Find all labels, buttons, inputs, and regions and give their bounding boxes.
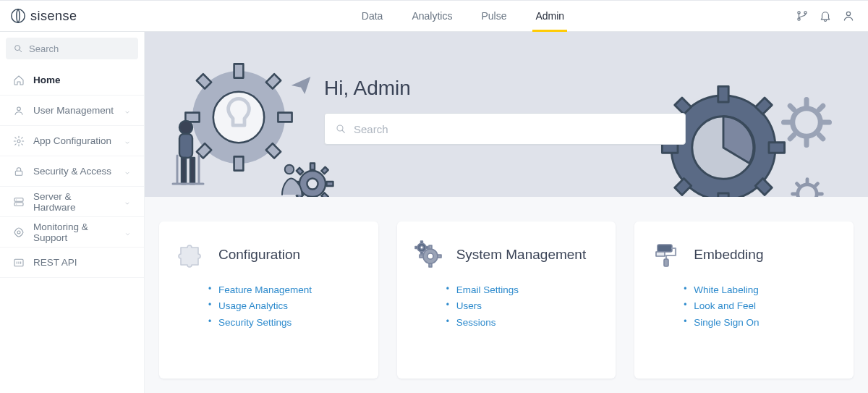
hero-greeting: Hi, Admin	[324, 77, 686, 100]
svg-rect-56	[420, 255, 423, 258]
svg-point-10	[16, 199, 17, 200]
branch-icon[interactable]	[796, 9, 809, 22]
svg-point-46	[179, 121, 192, 134]
sidebar-search-input[interactable]	[29, 43, 131, 54]
shell: Home User Management App Configuration S…	[0, 32, 868, 393]
topnav-label: Analytics	[412, 10, 452, 22]
svg-rect-64	[658, 245, 672, 252]
topnav-item-pulse[interactable]: Pulse	[481, 1, 506, 31]
svg-point-53	[427, 253, 433, 259]
svg-point-3	[846, 12, 850, 15]
svg-rect-60	[420, 241, 422, 244]
person-small-illustration-icon	[275, 162, 311, 197]
brand-name: sisense	[30, 9, 77, 24]
svg-rect-8	[14, 198, 23, 201]
brand[interactable]: sisense	[0, 1, 145, 31]
card-link[interactable]: Look and Feel	[694, 298, 836, 314]
card-link[interactable]: Users	[456, 298, 599, 314]
sidebar-item-label: REST API	[33, 257, 77, 268]
svg-rect-7	[15, 171, 22, 175]
svg-rect-37	[718, 193, 728, 197]
card-embedding: Embedding White Labeling Look and Feel S…	[634, 221, 854, 379]
svg-rect-48	[182, 158, 186, 184]
sidebar: Home User Management App Configuration S…	[0, 32, 145, 393]
svg-point-45	[798, 185, 817, 197]
card-link[interactable]: Single Sign On	[694, 315, 836, 331]
card-link[interactable]: Email Settings	[456, 282, 599, 298]
user-icon	[13, 105, 25, 117]
svg-rect-32	[321, 167, 328, 174]
svg-rect-49	[190, 158, 195, 184]
search-icon	[335, 123, 346, 135]
topnav-label: Data	[362, 10, 383, 22]
sidebar-item-home[interactable]: Home	[0, 65, 144, 96]
sidebar-item-rest-api[interactable]: REST API	[0, 248, 144, 278]
puzzle-icon	[176, 240, 205, 269]
top-icons	[781, 1, 868, 31]
sidebar-item-monitoring-support[interactable]: Monitoring & Support	[0, 217, 144, 248]
sidebar-search-wrap	[0, 32, 144, 65]
svg-rect-57	[438, 255, 441, 258]
chevron-down-icon	[124, 107, 131, 114]
svg-rect-55	[429, 263, 432, 267]
gears-icon	[414, 240, 443, 269]
svg-point-11	[16, 203, 17, 204]
topnav-item-analytics[interactable]: Analytics	[412, 1, 452, 31]
svg-rect-62	[415, 247, 418, 249]
card-link[interactable]: Usage Analytics	[218, 298, 361, 314]
card-link[interactable]: Feature Management	[218, 282, 361, 298]
sidebar-item-label: Server & Hardware	[33, 191, 115, 213]
svg-point-12	[17, 231, 20, 234]
chevron-down-icon	[124, 198, 131, 206]
sidebar-item-app-configuration[interactable]: App Configuration	[0, 126, 144, 156]
topnav-item-data[interactable]: Data	[362, 1, 383, 31]
topnav-label: Admin	[535, 10, 564, 22]
profile-icon[interactable]	[842, 9, 855, 22]
card-system-management: System Management Email Settings Users S…	[397, 221, 616, 379]
sidebar-item-label: App Configuration	[33, 135, 111, 146]
sidebar-item-label: Security & Access	[33, 166, 111, 177]
svg-point-50	[285, 165, 294, 174]
sidebar-item-server-hardware[interactable]: Server & Hardware	[0, 187, 144, 217]
main: Hi, Admin Configuration	[145, 32, 868, 393]
card-link[interactable]: Sessions	[456, 315, 599, 331]
api-icon	[13, 257, 25, 269]
chevron-down-icon	[124, 168, 131, 175]
svg-rect-17	[234, 156, 244, 170]
svg-rect-29	[327, 182, 333, 186]
sidebar-nav: Home User Management App Configuration S…	[0, 65, 144, 278]
topnav-item-admin[interactable]: Admin	[535, 1, 564, 31]
svg-rect-16	[234, 64, 244, 77]
chevron-down-icon	[124, 229, 131, 236]
svg-rect-47	[179, 134, 192, 158]
home-icon	[13, 75, 25, 86]
card-link[interactable]: White Labeling	[694, 282, 836, 298]
gear-outline-icon	[781, 97, 832, 148]
sidebar-search[interactable]	[6, 38, 138, 59]
svg-rect-63	[425, 247, 428, 249]
svg-point-6	[17, 140, 20, 143]
search-icon	[13, 43, 23, 54]
paper-plane-icon	[289, 74, 312, 97]
sidebar-item-label: Monitoring & Support	[33, 221, 116, 243]
cards-row: Configuration Feature Management Usage A…	[145, 197, 868, 393]
card-title: Configuration	[218, 247, 300, 263]
card-title: Embedding	[694, 247, 763, 263]
top-nav: Data Analytics Pulse Admin	[145, 1, 781, 31]
sidebar-item-label: Home	[33, 75, 61, 85]
svg-rect-9	[14, 202, 23, 206]
gear-tiny-icon	[790, 177, 825, 197]
hero-search-input[interactable]	[354, 123, 675, 135]
hero-search[interactable]	[324, 113, 686, 145]
bell-icon[interactable]	[819, 9, 832, 22]
card-title: System Management	[456, 247, 587, 263]
card-link[interactable]: Security Settings	[218, 315, 361, 331]
topbar: sisense Data Analytics Pulse Admin	[0, 0, 868, 32]
brand-logo-icon	[10, 8, 26, 24]
sidebar-item-user-management[interactable]: User Management	[0, 96, 144, 126]
svg-point-44	[793, 109, 821, 137]
chevron-down-icon	[124, 138, 131, 145]
card-configuration: Configuration Feature Management Usage A…	[159, 221, 378, 379]
sidebar-item-label: User Management	[33, 105, 114, 116]
sidebar-item-security-access[interactable]: Security & Access	[0, 156, 144, 187]
